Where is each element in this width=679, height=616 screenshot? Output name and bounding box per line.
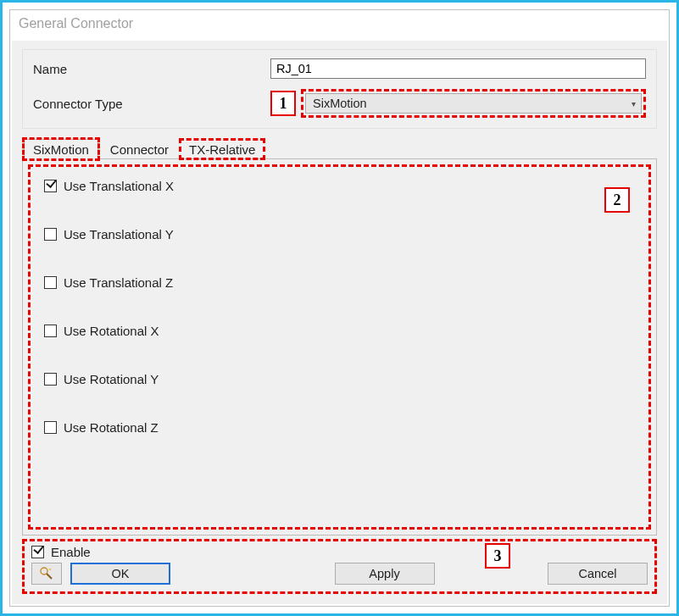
apply-button[interactable]: Apply	[335, 563, 435, 585]
button-row: OK Apply Cancel	[31, 563, 648, 585]
row-use-tx: Use Translational X	[44, 179, 635, 193]
dialog-window: General Connector Name Connector Type 1 …	[9, 9, 670, 607]
checkbox-use-ry[interactable]	[44, 373, 57, 386]
checkbox-use-ty[interactable]	[44, 228, 57, 241]
checkbox-use-rx[interactable]	[44, 325, 57, 337]
help-button[interactable]	[31, 563, 62, 585]
ok-button[interactable]: OK	[70, 563, 170, 585]
row-use-ry: Use Rotational Y	[44, 372, 635, 386]
window-title: General Connector	[10, 10, 669, 39]
row-use-rz: Use Rotational Z	[44, 420, 635, 435]
checkbox-use-rz[interactable]	[44, 421, 57, 434]
callout-1: 1	[270, 91, 296, 116]
name-input[interactable]	[270, 58, 646, 79]
connector-type-value: SixMotion	[313, 97, 367, 110]
tab-tx-relative[interactable]: TX-Relative	[181, 140, 264, 158]
row-use-tz: Use Translational Z	[44, 275, 635, 290]
callout-2: 2	[604, 187, 630, 213]
row-connector-type: Connector Type 1 SixMotion ▾	[33, 89, 646, 118]
label-use-rz: Use Rotational Z	[64, 420, 159, 435]
label-use-tx: Use Translational X	[64, 179, 174, 193]
tabstrip: SixMotion Connector TX-Relative	[22, 139, 657, 158]
callout-3: 3	[485, 543, 510, 569]
svg-point-0	[41, 568, 47, 574]
label-use-ry: Use Rotational Y	[64, 372, 159, 386]
checkbox-enable[interactable]	[31, 546, 44, 558]
connector-type-combo-highlight: SixMotion ▾	[301, 89, 646, 118]
options-highlight: 2 Use Translational X Use Translational …	[28, 164, 651, 530]
cancel-button[interactable]: Cancel	[548, 563, 648, 585]
label-use-tz: Use Translational Z	[64, 275, 173, 290]
svg-line-1	[47, 574, 52, 579]
form-panel: Name Connector Type 1 SixMotion ▾	[22, 49, 657, 129]
connector-type-label: Connector Type	[33, 97, 270, 111]
row-use-ty: Use Translational Y	[44, 227, 635, 241]
tab-sixmotion[interactable]: SixMotion	[24, 139, 98, 159]
label-enable: Enable	[51, 545, 91, 559]
connector-type-combo[interactable]: SixMotion ▾	[305, 93, 642, 114]
tab-panel: 2 Use Translational X Use Translational …	[22, 158, 657, 536]
row-enable: Enable	[31, 545, 648, 559]
checkbox-use-tz[interactable]	[44, 276, 57, 289]
outer-frame: General Connector Name Connector Type 1 …	[0, 0, 679, 616]
checkbox-use-tx[interactable]	[44, 180, 57, 192]
bottom-highlight: 3 Enable OK Apply	[22, 539, 657, 594]
client-area: Name Connector Type 1 SixMotion ▾	[12, 41, 667, 604]
tab-connector[interactable]: Connector	[102, 140, 177, 158]
label-use-ty: Use Translational Y	[64, 227, 174, 241]
row-name: Name	[33, 58, 646, 79]
name-label: Name	[33, 62, 270, 76]
row-use-rx: Use Rotational X	[44, 324, 635, 338]
wand-icon	[39, 566, 54, 581]
chevron-down-icon: ▾	[632, 99, 636, 108]
label-use-rx: Use Rotational X	[64, 324, 159, 338]
svg-point-2	[49, 569, 51, 570]
